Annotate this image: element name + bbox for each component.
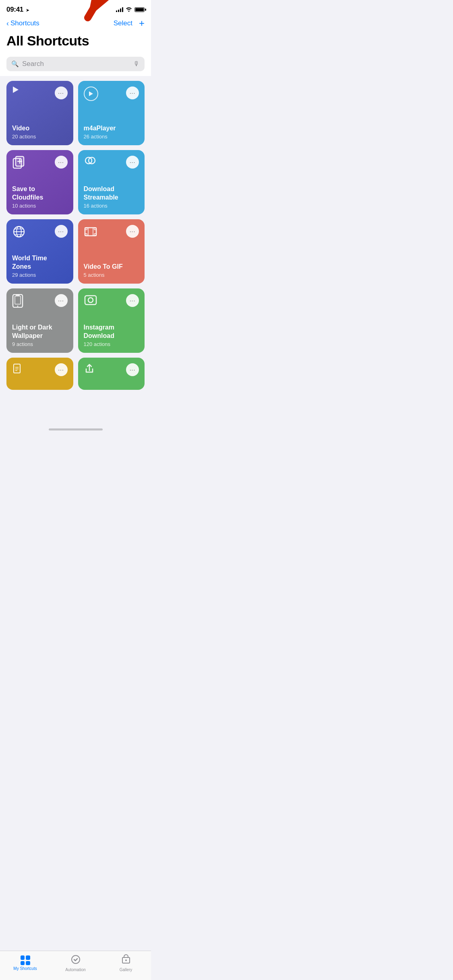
card-bottom: Instagram Download 120 actions	[84, 323, 139, 347]
more-button-instagram[interactable]: ···	[126, 294, 139, 307]
card-actions: 20 actions	[12, 134, 68, 140]
svg-rect-12	[85, 228, 87, 230]
more-button-videogif[interactable]: ···	[126, 225, 139, 238]
copy-add-icon	[12, 156, 26, 171]
svg-rect-11	[85, 228, 96, 236]
shortcut-card-streamable[interactable]: ··· Download Streamable 16 actions	[78, 150, 145, 214]
card-bottom: m4aPlayer 26 actions	[84, 124, 139, 140]
shortcut-card-m4aplayer[interactable]: ··· m4aPlayer 26 actions	[78, 81, 145, 145]
card-title: Light or Dark Wallpaper	[12, 323, 68, 340]
shortcuts-grid: ··· Video 20 actions ··· m4aPlayer 26 ac…	[0, 76, 151, 358]
share-icon	[84, 363, 95, 376]
svg-rect-19	[15, 296, 21, 304]
wifi-icon	[126, 7, 132, 13]
card-title: World Time Zones	[12, 254, 68, 271]
shortcut-card-darkmode[interactable]: ··· Light or Dark Wallpaper 9 actions	[6, 288, 73, 353]
back-button[interactable]: ‹ Shortcuts	[6, 19, 39, 28]
add-shortcut-button[interactable]: +	[139, 19, 145, 28]
card-bottom: Download Streamable 16 actions	[84, 185, 139, 209]
more-button-partial2[interactable]: ···	[126, 363, 139, 376]
signal-icon	[116, 7, 123, 12]
search-placeholder: Search	[22, 60, 130, 68]
card-bottom: World Time Zones 29 actions	[12, 254, 68, 278]
partial-cards-row: ··· ···	[0, 358, 151, 390]
partial-card-1[interactable]: ···	[6, 358, 73, 390]
more-button-darkmode[interactable]: ···	[55, 294, 68, 307]
card-top: ···	[84, 86, 139, 101]
svg-rect-22	[85, 296, 96, 305]
card-bottom: Light or Dark Wallpaper 9 actions	[12, 323, 68, 347]
card-bottom: Save to Cloudfiles 10 actions	[12, 185, 68, 209]
search-bar[interactable]: 🔍 Search 🎙	[6, 57, 145, 71]
screenshot-camera-icon	[84, 294, 97, 309]
shortcut-card-instagram[interactable]: ··· Instagram Download 120 actions	[78, 288, 145, 353]
card-top: ···	[12, 86, 68, 99]
svg-rect-18	[13, 294, 23, 307]
card-title: Video	[12, 124, 68, 133]
more-button-partial1[interactable]: ···	[55, 363, 68, 376]
shortcut-card-worldtime[interactable]: ··· World Time Zones 29 actions	[6, 219, 73, 284]
card-top: ···	[84, 294, 139, 309]
card-top: ···	[12, 294, 68, 309]
more-button-cloudfiles[interactable]: ···	[55, 156, 68, 169]
card-bottom: Video 20 actions	[12, 124, 68, 140]
play-triangle-icon	[12, 86, 19, 93]
svg-rect-13	[94, 228, 96, 230]
nav-bar: ‹ Shortcuts Select +	[0, 15, 151, 33]
microphone-icon[interactable]: 🎙	[133, 60, 140, 68]
select-button[interactable]: Select	[114, 19, 132, 27]
more-button-video[interactable]: ···	[55, 86, 68, 99]
search-icon: 🔍	[11, 60, 19, 68]
svg-point-20	[17, 306, 19, 307]
card-top: ···	[12, 225, 68, 240]
back-chevron-icon: ‹	[6, 19, 9, 28]
card-title: Instagram Download	[84, 323, 139, 340]
card-actions: 9 actions	[12, 341, 68, 347]
shortcut-card-videogif[interactable]: ··· Video To GIF 5 actions	[78, 219, 145, 284]
time-display: 09:41	[6, 6, 23, 13]
infinity-icon	[84, 156, 100, 167]
battery-icon	[134, 7, 145, 12]
card-title: Save to Cloudfiles	[12, 185, 68, 202]
status-bar: 09:41 ➤	[0, 0, 151, 15]
play-circle-icon	[84, 86, 98, 101]
card-title: Download Streamable	[84, 185, 139, 202]
search-container: 🔍 Search 🎙	[0, 54, 151, 76]
home-indicator	[49, 428, 103, 430]
card-actions: 26 actions	[84, 134, 139, 140]
card-top: ···	[84, 156, 139, 169]
globe-icon	[12, 225, 26, 240]
card-title: m4aPlayer	[84, 124, 139, 133]
shortcut-card-video[interactable]: ··· Video 20 actions	[6, 81, 73, 145]
page-title-section: All Shortcuts	[0, 33, 151, 54]
back-label: Shortcuts	[10, 19, 39, 27]
more-button-worldtime[interactable]: ···	[55, 225, 68, 238]
more-button-m4aplayer[interactable]: ···	[126, 86, 139, 99]
more-button-streamable[interactable]: ···	[126, 156, 139, 169]
svg-point-23	[88, 298, 93, 303]
doc-icon	[12, 363, 23, 376]
page-title: All Shortcuts	[6, 33, 145, 49]
card-top: ···	[12, 156, 68, 171]
card-actions: 5 actions	[84, 272, 139, 278]
shortcut-card-cloudfiles[interactable]: ··· Save to Cloudfiles 10 actions	[6, 150, 73, 214]
card-actions: 16 actions	[84, 203, 139, 209]
svg-rect-24	[14, 364, 20, 373]
partial-card-2[interactable]: ···	[78, 358, 145, 390]
card-actions: 120 actions	[84, 341, 139, 347]
card-top: ···	[84, 225, 139, 240]
nav-actions: Select +	[114, 19, 145, 28]
card-title: Video To GIF	[84, 263, 139, 271]
film-icon	[84, 225, 97, 240]
card-actions: 29 actions	[12, 272, 68, 278]
status-time: 09:41 ➤	[6, 6, 29, 14]
svg-rect-15	[94, 234, 96, 236]
phone-icon	[12, 294, 23, 309]
card-bottom: Video To GIF 5 actions	[84, 263, 139, 278]
svg-rect-14	[85, 234, 87, 236]
status-icons	[116, 7, 145, 13]
location-icon: ➤	[26, 8, 29, 12]
card-actions: 10 actions	[12, 203, 68, 209]
